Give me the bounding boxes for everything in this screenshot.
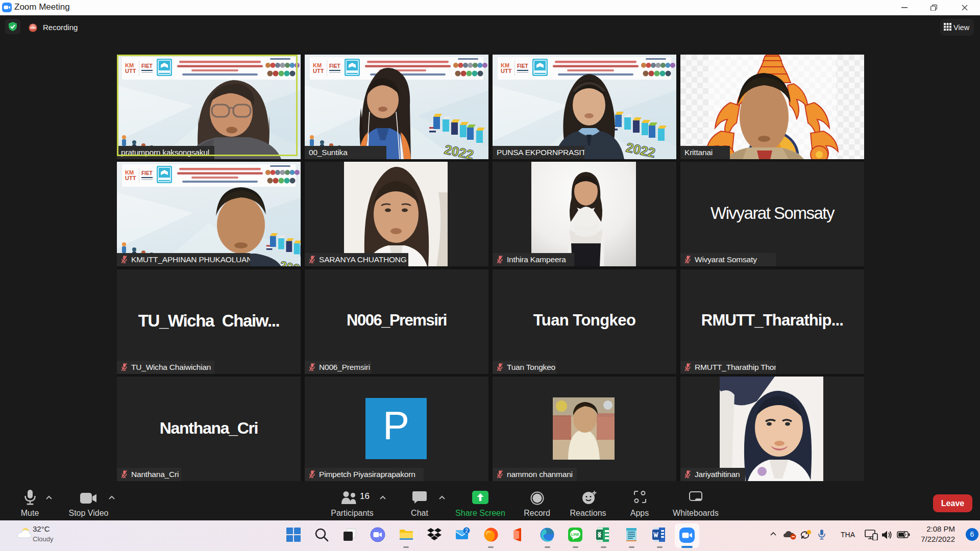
svg-text:LINE: LINE (571, 533, 579, 536)
svg-text:UTT: UTT (313, 68, 324, 74)
svg-text:FIET: FIET (329, 63, 340, 69)
svg-text:FIET: FIET (141, 170, 153, 176)
svg-text:FIET: FIET (517, 63, 528, 69)
svg-text:2: 2 (465, 528, 468, 534)
svg-text:UTT: UTT (125, 175, 136, 181)
svg-text:UTT: UTT (501, 68, 512, 74)
